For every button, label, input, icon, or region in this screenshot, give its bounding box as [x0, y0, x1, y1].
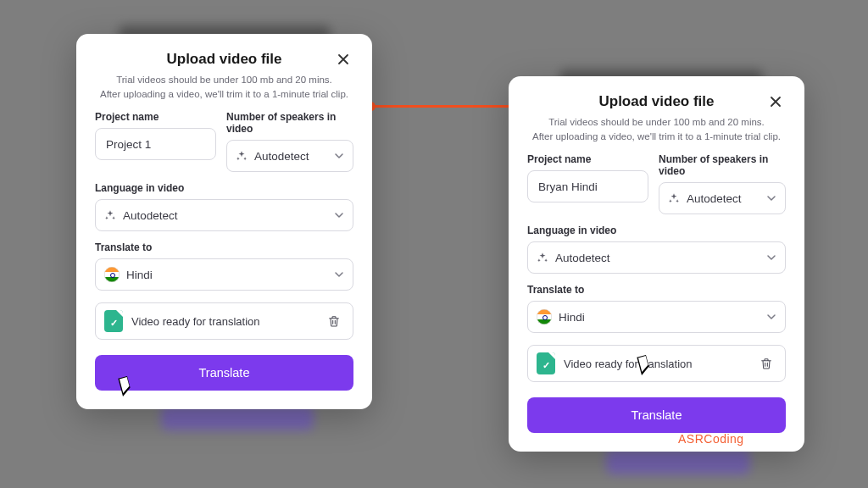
chevron-down-icon: [334, 151, 344, 161]
language-select[interactable]: Autodetect: [95, 199, 353, 231]
project-name-input[interactable]: [95, 128, 216, 160]
speakers-value: Autodetect: [254, 150, 309, 163]
document-check-icon: [104, 310, 123, 332]
translate-to-value: Hindi: [559, 311, 585, 324]
trash-icon: [760, 357, 773, 370]
language-value: Autodetect: [123, 209, 178, 222]
project-name-label: Project name: [95, 111, 216, 123]
language-select[interactable]: Autodetect: [527, 241, 786, 274]
speakers-value: Autodetect: [687, 192, 742, 205]
close-icon: [337, 53, 350, 66]
speakers-label: Number of speakers in video: [659, 153, 786, 177]
project-name-input[interactable]: [527, 170, 648, 202]
uploaded-file: Video ready for translation: [527, 345, 786, 382]
flag-india-icon: [537, 309, 552, 324]
upload-modal-1: Upload video file Trial videos should be…: [76, 34, 372, 409]
close-icon: [769, 95, 782, 108]
delete-file-button[interactable]: [756, 353, 776, 374]
chevron-down-icon: [334, 210, 344, 220]
chevron-down-icon: [334, 269, 344, 280]
translate-to-label: Translate to: [95, 241, 353, 253]
modal-subtitle: Trial videos should be under 100 mb and …: [527, 115, 786, 143]
speakers-select[interactable]: Autodetect: [226, 140, 353, 172]
translate-to-select[interactable]: Hindi: [527, 301, 786, 333]
close-button[interactable]: [769, 92, 789, 112]
modal-title: Upload video file: [527, 93, 786, 110]
file-status: Video ready for translation: [564, 358, 693, 370]
speakers-select[interactable]: Autodetect: [659, 182, 786, 214]
language-value: Autodetect: [555, 252, 610, 264]
delete-file-button[interactable]: [324, 311, 344, 331]
translate-to-select[interactable]: Hindi: [95, 258, 353, 291]
sparkle-icon: [537, 252, 548, 263]
language-label: Language in video: [527, 225, 786, 236]
translate-to-label: Translate to: [527, 284, 786, 296]
flag-india-icon: [104, 267, 120, 282]
modal-title: Upload video file: [95, 51, 353, 68]
chevron-down-icon: [766, 252, 776, 263]
project-name-label: Project name: [527, 153, 648, 165]
uploaded-file: Video ready for translation: [95, 302, 353, 340]
watermark-text: ASRCoding: [678, 432, 744, 446]
sparkle-icon: [236, 150, 248, 162]
close-button[interactable]: [337, 49, 357, 69]
trash-icon: [327, 314, 341, 328]
translate-button[interactable]: Translate: [527, 397, 786, 433]
sparkle-icon: [668, 192, 680, 204]
language-label: Language in video: [95, 182, 353, 194]
chevron-down-icon: [766, 312, 776, 322]
upload-modal-2: Upload video file Trial videos should be…: [509, 76, 804, 452]
bg-blur: [606, 449, 750, 474]
file-status: Video ready for translation: [131, 315, 260, 328]
translate-button[interactable]: Translate: [95, 355, 353, 391]
document-check-icon: [537, 352, 555, 374]
speakers-label: Number of speakers in video: [226, 111, 353, 135]
modal-subtitle: Trial videos should be under 100 mb and …: [95, 73, 353, 101]
chevron-down-icon: [766, 193, 776, 203]
translate-to-value: Hindi: [126, 269, 153, 281]
sparkle-icon: [104, 209, 116, 221]
